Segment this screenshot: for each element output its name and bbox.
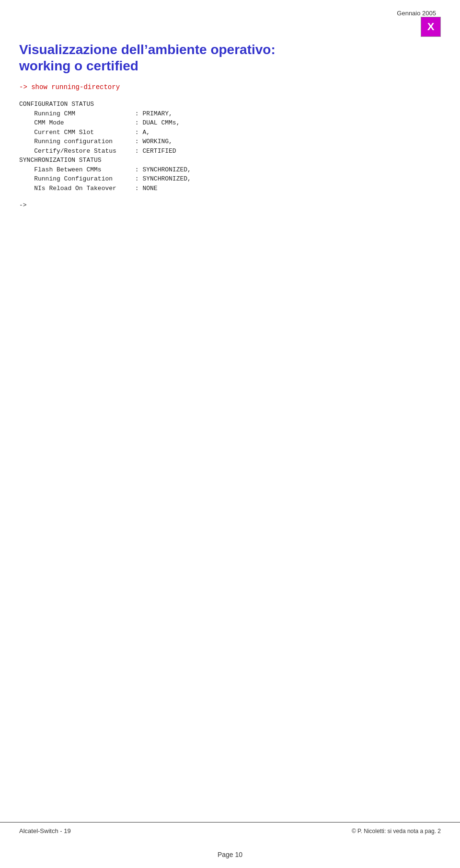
terminal-row-1: CMM Mode : DUAL CMMs, bbox=[19, 118, 441, 128]
terminal-block: CONFIGURATION STATUS Running CMM : PRIMA… bbox=[19, 100, 441, 210]
header-area: Gennaio 2005 X bbox=[19, 10, 441, 37]
logo-box: X bbox=[421, 17, 441, 37]
terminal-row-3: Running configuration : WORKING, bbox=[19, 137, 441, 147]
sync-row-0: Flash Between CMMs : SYNCHRONIZED, bbox=[19, 165, 441, 175]
footer-right: © P. Nicoletti: si veda nota a pag. 2 bbox=[352, 828, 441, 834]
page-container: Gennaio 2005 X Visualizzazione dell’ambi… bbox=[0, 0, 460, 868]
page-number: Page 10 bbox=[0, 851, 460, 858]
terminal-row-2: Current CMM Slot : A, bbox=[19, 128, 441, 137]
sync-status-header: SYNCHRONIZATION STATUS bbox=[19, 156, 441, 165]
footer-left: Alcatel-Switch - 19 bbox=[19, 827, 71, 834]
sync-row-2: NIs Reload On Takeover : NONE bbox=[19, 184, 441, 193]
date-label: Gennaio 2005 bbox=[397, 10, 436, 17]
sync-row-1: Running Configuration : SYNCHRONIZED, bbox=[19, 174, 441, 184]
main-title: Visualizzazione dell’ambiente operativo: bbox=[19, 42, 441, 58]
logo-icon: X bbox=[427, 21, 435, 33]
config-status-header: CONFIGURATION STATUS bbox=[19, 100, 441, 109]
footer-bar: Alcatel-Switch - 19 © P. Nicoletti: si v… bbox=[0, 822, 460, 839]
command-line: -> show running-directory bbox=[19, 83, 441, 91]
terminal-row-4: Certify/Restore Status : CERTIFIED bbox=[19, 147, 441, 156]
terminal-row-0: Running CMM : PRIMARY, bbox=[19, 109, 441, 119]
terminal-prompt: -> bbox=[19, 201, 441, 210]
title-section: Visualizzazione dell’ambiente operativo:… bbox=[19, 42, 441, 74]
subtitle: working o certified bbox=[19, 58, 441, 74]
header-right: Gennaio 2005 X bbox=[397, 10, 441, 37]
